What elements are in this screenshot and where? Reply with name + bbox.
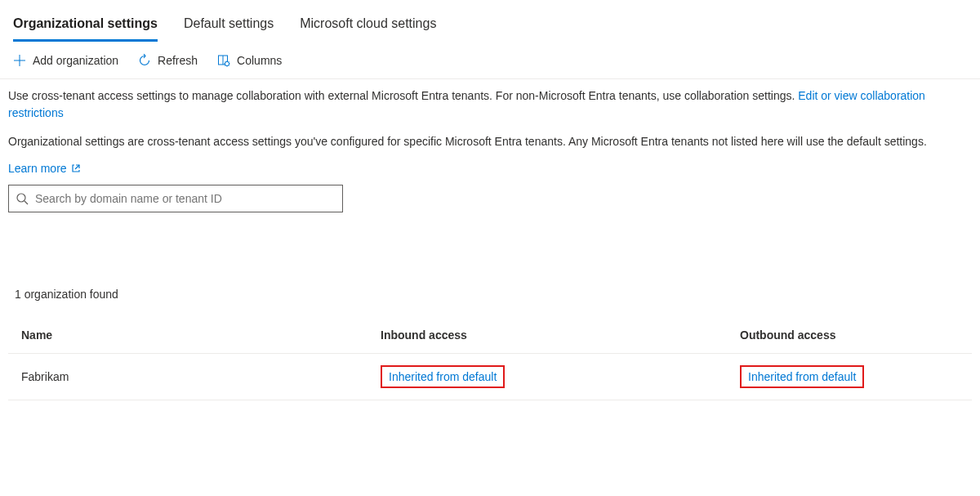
toolbar: Add organization Refresh Columns	[0, 42, 980, 79]
search-box[interactable]	[8, 185, 343, 212]
refresh-label: Refresh	[158, 54, 198, 67]
columns-icon	[217, 54, 230, 67]
settings-tabs: Organizational settings Default settings…	[0, 0, 980, 42]
table-row: Fabrikam Inherited from default Inherite…	[8, 354, 972, 400]
svg-point-6	[17, 194, 25, 202]
column-header-outbound[interactable]: Outbound access	[740, 328, 959, 342]
add-organization-button[interactable]: Add organization	[13, 54, 118, 67]
plus-icon	[13, 54, 26, 67]
organizations-table: Name Inbound access Outbound access Fabr…	[8, 317, 972, 400]
search-icon	[16, 192, 29, 205]
refresh-icon	[138, 54, 151, 67]
table-header-row: Name Inbound access Outbound access	[8, 317, 972, 354]
svg-line-5	[75, 165, 79, 169]
results-count: 1 organization found	[8, 229, 972, 317]
external-link-icon	[71, 163, 81, 173]
search-input[interactable]	[35, 192, 336, 205]
refresh-button[interactable]: Refresh	[138, 54, 198, 67]
organization-name: Fabrikam	[21, 370, 381, 383]
inbound-access-link[interactable]: Inherited from default	[381, 365, 505, 388]
columns-label: Columns	[237, 54, 282, 67]
tab-microsoft-cloud-settings[interactable]: Microsoft cloud settings	[300, 10, 436, 42]
column-header-name[interactable]: Name	[21, 328, 381, 342]
learn-more-label: Learn more	[8, 162, 67, 175]
tab-organizational-settings[interactable]: Organizational settings	[13, 10, 158, 42]
columns-button[interactable]: Columns	[217, 54, 282, 67]
description-paragraph-1: Use cross-tenant access settings to mana…	[8, 87, 972, 122]
svg-line-7	[24, 201, 28, 204]
search-container	[8, 185, 972, 212]
description-paragraph-2: Organizational settings are cross-tenant…	[8, 133, 972, 150]
tab-default-settings[interactable]: Default settings	[184, 10, 274, 42]
content-area: Use cross-tenant access settings to mana…	[0, 79, 980, 409]
outbound-access-link[interactable]: Inherited from default	[740, 365, 864, 388]
column-header-inbound[interactable]: Inbound access	[381, 328, 740, 342]
add-organization-label: Add organization	[33, 54, 118, 67]
learn-more-link[interactable]: Learn more	[8, 162, 81, 175]
description-text-1: Use cross-tenant access settings to mana…	[8, 89, 798, 102]
